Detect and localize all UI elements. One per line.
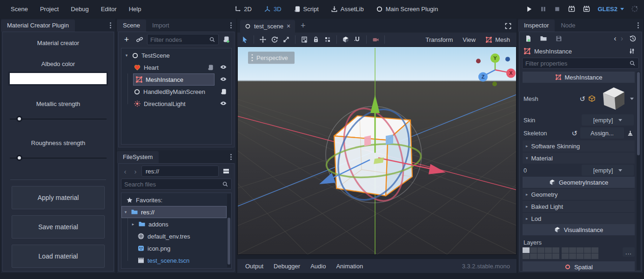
- workspace-3d-button[interactable]: 3D: [260, 4, 285, 14]
- close-tab-icon[interactable]: ×: [287, 22, 290, 30]
- display-mode-button[interactable]: [221, 166, 232, 176]
- local-space-button[interactable]: [340, 34, 351, 45]
- material-0-dropdown[interactable]: [empty]: [582, 165, 634, 176]
- play-scene-button[interactable]: [568, 5, 576, 13]
- renderer-dropdown[interactable]: GLES2: [597, 6, 624, 13]
- menu-scene[interactable]: Scene: [6, 4, 33, 14]
- chevron-down-icon[interactable]: [630, 98, 634, 100]
- move-tool-button[interactable]: [257, 34, 268, 45]
- layer-checkbox[interactable]: [530, 253, 537, 259]
- visibility-eye-icon[interactable]: [220, 100, 227, 107]
- selected-node-highlight[interactable]: MeshInstance: [134, 74, 214, 85]
- new-resource-button[interactable]: [523, 33, 534, 44]
- layers-more-button[interactable]: ...: [623, 247, 635, 257]
- output-button[interactable]: Output: [240, 263, 268, 270]
- skeleton-pick-icon[interactable]: [627, 130, 634, 137]
- layer-checkbox[interactable]: [545, 247, 552, 253]
- script-attached-icon[interactable]: [207, 64, 214, 71]
- section-material[interactable]: ▾ Material: [523, 153, 635, 164]
- layer-checkbox[interactable]: [584, 253, 591, 259]
- history-button[interactable]: [627, 33, 638, 44]
- tab-scene[interactable]: Scene: [117, 20, 146, 32]
- save-material-button[interactable]: Save material: [12, 215, 105, 239]
- layers-grid[interactable]: [523, 247, 598, 259]
- filter-nodes-field[interactable]: [150, 36, 207, 43]
- dock-menu-icon[interactable]: [226, 22, 236, 28]
- layer-checkbox[interactable]: [577, 247, 584, 253]
- load-resource-button[interactable]: [538, 33, 549, 44]
- distraction-free-button[interactable]: [503, 22, 514, 30]
- layer-checkbox[interactable]: [545, 253, 552, 259]
- debugger-button[interactable]: Debugger: [268, 263, 305, 270]
- revert-icon[interactable]: ↺: [579, 95, 585, 102]
- nav-forward-button[interactable]: ›: [131, 167, 140, 175]
- fs-row-res-root[interactable]: ▾ res://: [121, 206, 227, 218]
- filter-nodes-input[interactable]: [147, 34, 219, 45]
- scrollbar-thumb[interactable]: [637, 72, 640, 155]
- section-lod[interactable]: ▸ Lod: [523, 213, 635, 224]
- search-files-input[interactable]: [121, 179, 232, 190]
- favorites-row[interactable]: Favorites:: [121, 194, 231, 206]
- object-tools-button[interactable]: [626, 46, 637, 56]
- layer-checkbox[interactable]: [523, 253, 530, 259]
- skeleton-assign-button[interactable]: Assign...: [580, 127, 624, 139]
- metallic-slider-handle[interactable]: [16, 116, 22, 122]
- roughness-strength-slider[interactable]: [10, 154, 107, 162]
- layer-checkbox[interactable]: [584, 247, 591, 253]
- menu-help[interactable]: Help: [124, 4, 147, 14]
- transform-menu[interactable]: Transform: [421, 36, 458, 43]
- class-header-geometryinstance[interactable]: GeometryInstance: [523, 177, 635, 188]
- viewport-3d-scene[interactable]: Y X Z Perspective: [238, 47, 516, 254]
- tab-import[interactable]: Import: [146, 20, 175, 32]
- dock-menu-icon[interactable]: [106, 22, 115, 28]
- list-select-button[interactable]: [299, 34, 310, 45]
- layer-checkbox[interactable]: [569, 247, 576, 253]
- attach-script-button[interactable]: [221, 34, 232, 45]
- perspective-button[interactable]: Perspective: [248, 52, 295, 64]
- snap-button[interactable]: [352, 34, 363, 45]
- select-tool-button[interactable]: [239, 34, 250, 45]
- scale-tool-button[interactable]: [281, 34, 292, 45]
- section-software-skinning[interactable]: ▸ Software Skinning: [523, 140, 635, 152]
- skin-dropdown[interactable]: [empty]: [582, 114, 634, 126]
- tree-row-handledbymainscreen[interactable]: HandledByMainScreen: [121, 86, 231, 98]
- layer-checkbox[interactable]: [537, 247, 544, 253]
- load-material-button[interactable]: Load material: [12, 245, 105, 268]
- instance-scene-button[interactable]: [134, 34, 145, 45]
- play-button[interactable]: [526, 6, 533, 13]
- class-header-spatial[interactable]: Spatial: [523, 261, 635, 271]
- workspace-2d-button[interactable]: 2D: [230, 4, 255, 14]
- tree-row-testscene[interactable]: ▾ TestScene: [121, 49, 231, 61]
- layer-checkbox[interactable]: [523, 247, 530, 253]
- pause-button[interactable]: [540, 6, 547, 13]
- scrollbar-thumb[interactable]: [228, 218, 230, 265]
- animation-button[interactable]: Animation: [331, 263, 368, 270]
- inspector-scrollbar[interactable]: [637, 72, 640, 270]
- tree-row-heart[interactable]: Heart: [121, 61, 231, 73]
- revert-icon[interactable]: ↺: [571, 130, 577, 137]
- fs-row-icon-png[interactable]: icon.png: [121, 242, 231, 254]
- visibility-eye-icon[interactable]: [220, 76, 227, 83]
- expand-arrow-icon[interactable]: ▸: [131, 222, 135, 226]
- rotate-tool-button[interactable]: [269, 34, 280, 45]
- save-resource-button[interactable]: [553, 33, 564, 44]
- section-baked-light[interactable]: ▸ Baked Light: [523, 201, 635, 212]
- workspace-script-button[interactable]: Script: [290, 4, 322, 14]
- fs-row-addons[interactable]: ▸ addons: [121, 218, 231, 230]
- tab-material-creator-plugin[interactable]: Material Creator Plugin: [1, 20, 75, 32]
- tree-row-directionallight[interactable]: DirectionalLight: [121, 98, 231, 110]
- menu-debug[interactable]: Debug: [66, 4, 94, 14]
- mesh-menu[interactable]: Mesh: [481, 36, 515, 43]
- 3d-viewport[interactable]: Y X Z Perspective: [237, 46, 517, 255]
- audio-button[interactable]: Audio: [305, 263, 331, 270]
- class-header-visualinstance[interactable]: VisualInstance: [523, 224, 635, 235]
- roughness-slider-handle[interactable]: [16, 155, 22, 161]
- search-files-field[interactable]: [124, 181, 220, 188]
- new-scene-tab-button[interactable]: +: [296, 20, 310, 33]
- fs-row-default-env[interactable]: default_env.tres: [121, 230, 231, 242]
- menu-editor[interactable]: Editor: [96, 4, 122, 14]
- dock-menu-icon[interactable]: [633, 22, 643, 28]
- section-geometry[interactable]: ▸ Geometry: [523, 189, 635, 200]
- layer-checkbox[interactable]: [577, 253, 584, 259]
- tab-inspector[interactable]: Inspector: [518, 20, 555, 32]
